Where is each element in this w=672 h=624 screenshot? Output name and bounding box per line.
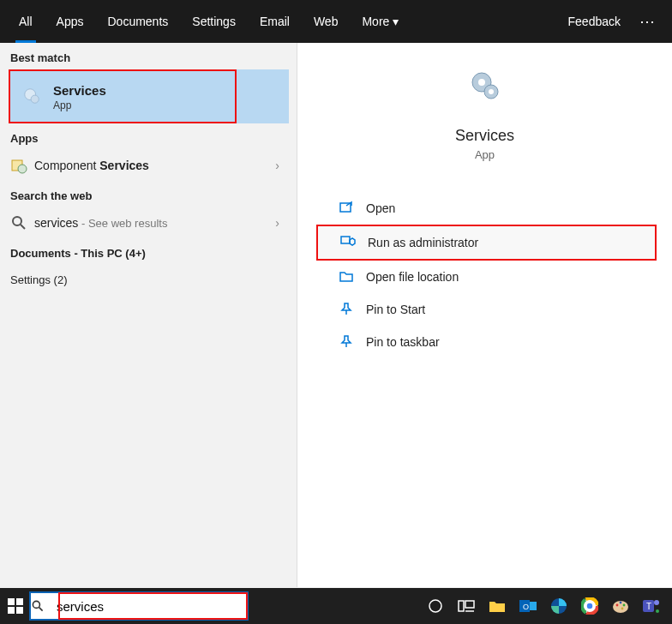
svg-point-14: [429, 600, 441, 612]
taskbar-tray: O T: [420, 588, 672, 624]
svg-point-31: [623, 604, 626, 607]
taskbar: O T: [0, 588, 672, 624]
svg-point-8: [478, 79, 485, 86]
svg-point-29: [616, 604, 619, 607]
result-label: Component Services: [34, 159, 149, 172]
file-explorer-icon[interactable]: [482, 588, 513, 624]
svg-rect-19: [530, 602, 537, 610]
task-view-icon[interactable]: [451, 588, 482, 624]
edge-icon[interactable]: [543, 588, 574, 624]
tab-more-label: More: [362, 15, 389, 28]
search-tabs: All Apps Documents Settings Email Web Mo…: [0, 0, 672, 43]
svg-text:O: O: [523, 603, 529, 611]
svg-rect-16: [465, 601, 474, 608]
section-settings[interactable]: Settings (2): [0, 265, 297, 291]
result-web-search[interactable]: services - See web results ›: [0, 207, 297, 238]
svg-point-36: [656, 609, 659, 613]
action-label: Run as administrator: [368, 236, 478, 249]
svg-point-35: [654, 600, 659, 605]
action-label: Open file location: [366, 270, 459, 284]
chrome-icon[interactable]: [574, 588, 605, 624]
svg-point-9: [489, 89, 494, 94]
cortana-icon[interactable]: [420, 588, 451, 624]
result-label: services - See web results: [34, 216, 167, 230]
result-component-services[interactable]: Component Services ›: [0, 150, 297, 181]
action-pin-to-start[interactable]: Pin to Start: [316, 293, 657, 326]
svg-text:T: T: [646, 602, 651, 611]
windows-logo-icon: [8, 598, 23, 614]
results-panel: Best match Services App Apps Component S…: [0, 43, 297, 587]
best-match-title: Services: [53, 83, 225, 98]
pin-icon: [339, 334, 354, 350]
svg-point-12: [33, 601, 39, 608]
outlook-icon[interactable]: O: [513, 588, 543, 624]
section-documents[interactable]: Documents - This PC (4+): [0, 238, 297, 265]
svg-point-4: [13, 217, 21, 225]
open-icon: [339, 201, 354, 216]
folder-icon: [339, 269, 354, 285]
svg-line-5: [21, 225, 25, 229]
svg-point-1: [31, 95, 39, 103]
detail-title: Services: [297, 127, 672, 145]
svg-rect-15: [459, 601, 464, 611]
action-open-file-location[interactable]: Open file location: [316, 261, 657, 293]
tab-apps[interactable]: Apps: [45, 0, 96, 43]
action-run-as-administrator[interactable]: Run as administrator: [316, 225, 657, 261]
action-open[interactable]: Open: [316, 192, 657, 225]
paint-icon[interactable]: [605, 588, 636, 624]
svg-point-32: [621, 608, 624, 610]
feedback-link[interactable]: Feedback: [558, 15, 631, 28]
detail-subtitle: App: [297, 148, 672, 161]
svg-point-3: [18, 165, 27, 173]
action-label: Open: [366, 201, 395, 215]
teams-icon[interactable]: T: [636, 588, 667, 624]
search-input[interactable]: [57, 599, 247, 614]
section-search-web: Search the web: [0, 181, 297, 207]
section-apps: Apps: [0, 123, 297, 150]
services-gear-icon: [22, 87, 41, 105]
tab-documents[interactable]: Documents: [95, 0, 180, 43]
search-icon: [10, 214, 27, 231]
svg-point-30: [620, 602, 622, 604]
more-options-icon[interactable]: ⋯: [631, 12, 665, 31]
start-button[interactable]: [0, 588, 31, 624]
svg-rect-11: [341, 237, 350, 243]
component-services-icon: [10, 157, 27, 174]
taskbar-search[interactable]: [29, 591, 249, 621]
tab-settings[interactable]: Settings: [180, 0, 248, 43]
chevron-right-icon: ›: [275, 216, 279, 230]
detail-panel: Services App Open Run as administrator O…: [297, 43, 672, 587]
tab-all[interactable]: All: [7, 0, 45, 43]
pin-icon: [339, 302, 354, 317]
tab-more[interactable]: More ▾: [350, 0, 411, 43]
admin-shield-icon: [340, 235, 356, 250]
services-gear-large-icon: [468, 69, 502, 103]
best-match-item[interactable]: Services App: [9, 69, 237, 123]
tab-web[interactable]: Web: [302, 0, 351, 43]
tab-email[interactable]: Email: [248, 0, 302, 43]
action-pin-to-taskbar[interactable]: Pin to taskbar: [316, 326, 657, 358]
search-icon: [31, 599, 57, 613]
best-match-subtitle: App: [53, 99, 225, 111]
chevron-right-icon: ›: [275, 159, 279, 172]
action-label: Pin to taskbar: [366, 335, 440, 349]
chevron-down-icon: ▾: [393, 15, 399, 28]
action-label: Pin to Start: [366, 303, 425, 316]
section-best-match: Best match: [0, 43, 297, 69]
svg-line-13: [39, 608, 43, 611]
